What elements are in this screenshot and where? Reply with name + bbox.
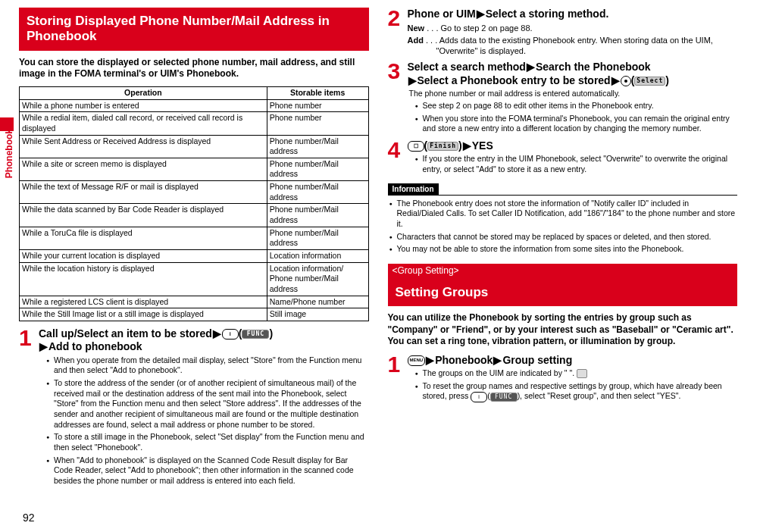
table-row: While the location history is displayedL… <box>20 262 369 296</box>
table-cell-storable: Phone number/Mail address <box>267 227 368 249</box>
table-cell-operation: While your current location is displayed <box>20 249 267 262</box>
table-row: While the text of Message R/F or mail is… <box>20 181 369 204</box>
step-title: Phone or UIM▶Select a storing method. <box>408 8 738 21</box>
table-cell-operation: While a site or screen memo is displayed <box>20 158 267 180</box>
table-cell-storable: Phone number <box>267 112 368 135</box>
left-column: Storing Displayed Phone Number/Mail Addr… <box>19 8 369 491</box>
table-row: While Sent Address or Received Address i… <box>20 135 369 158</box>
step-4: 4 ☐(Finish)▶YES If you store the entry i… <box>388 139 738 177</box>
step4-yes: YES <box>472 139 493 152</box>
step-number: 4 <box>388 139 405 177</box>
list-item: You may not be able to store the informa… <box>391 244 738 255</box>
table-head-operation: Operation <box>20 86 267 99</box>
table-row: While a ToruCa file is displayedPhone nu… <box>20 227 369 249</box>
step-title: Select a search method▶Search the Phoneb… <box>408 61 738 87</box>
group-setting-section: <Group Setting> Setting Groups You can u… <box>388 264 738 405</box>
table-cell-storable: Location information <box>267 249 368 262</box>
info-key-icon: i <box>471 392 487 402</box>
func-pill-icon: FUNC <box>242 330 269 339</box>
list-item: The groups on the UIM are indicated by "… <box>417 368 738 379</box>
table-cell-operation: While the data scanned by Bar Code Reade… <box>20 204 267 227</box>
step-2: 2 Phone or UIM▶Select a storing method. … <box>388 8 738 58</box>
step-title: Call up/Select an item to be stored▶i(FU… <box>39 327 369 354</box>
step3-line1a: Select a search method <box>408 61 526 73</box>
table-row: While a redial item, dialed call record,… <box>20 112 369 135</box>
table-head-storable: Storable items <box>267 86 368 99</box>
group-step-title-b: Group setting <box>502 354 572 366</box>
func-pill-icon: FUNC <box>490 393 518 402</box>
arrow-icon: ▶ <box>493 354 502 366</box>
list-item: When you operate from the detailed mail … <box>48 355 369 376</box>
list-item: When you store into the FOMA terminal's … <box>417 114 738 134</box>
list-item: When "Add to phonebook" is displayed on … <box>48 455 369 487</box>
page-columns: Storing Displayed Phone Number/Mail Addr… <box>19 8 737 491</box>
arrow-icon: ▶ <box>463 139 471 152</box>
information-block: Information The Phonebook entry does not… <box>388 183 738 255</box>
table-cell-operation: While a ToruCa file is displayed <box>20 227 267 249</box>
table-cell-storable: Phone number <box>267 99 368 112</box>
step-notes: The groups on the UIM are indicated by "… <box>408 368 738 402</box>
list-item: See step 2 on page 88 to edit other item… <box>417 101 738 111</box>
table-row: While the Still Image list or a still im… <box>20 308 369 321</box>
information-label: Information <box>388 183 439 195</box>
arrow-icon: ▶ <box>426 354 434 366</box>
arrow-icon: ▶ <box>408 74 417 86</box>
group-step-1: 1 MENU▶Phonebook▶Group setting The group… <box>388 354 738 405</box>
step-number: 2 <box>388 8 405 58</box>
step-number: 1 <box>388 354 405 405</box>
table-cell-storable: Phone number/Mail address <box>267 135 368 158</box>
table-cell-storable: Phone number/Mail address <box>267 158 368 180</box>
step3-line1b: Search the Phonebook <box>536 61 651 73</box>
page-number: 92 <box>23 511 35 524</box>
list-item: The Phonebook entry does not store the i… <box>391 199 738 230</box>
table-cell-operation: While the location history is displayed <box>20 262 267 296</box>
menu-key-icon: MENU <box>408 355 426 366</box>
list-item: Characters that cannot be stored may be … <box>391 232 738 243</box>
step-notes: See step 2 on page 88 to edit other item… <box>408 101 738 134</box>
arrow-icon: ▶ <box>477 8 485 20</box>
table-cell-operation: While a phone number is entered <box>20 99 267 112</box>
finish-pill-icon: Finish <box>427 142 458 151</box>
section-side-label: Phonebook <box>4 129 16 178</box>
definition-line: New . . . Go to step 2 on page 88. <box>408 23 738 33</box>
table-row: While a site or screen memo is displayed… <box>20 158 369 180</box>
operations-table: Operation Storable items While a phone n… <box>19 86 369 321</box>
step-title-part-a: Call up/Select an item to be stored <box>39 327 212 340</box>
arrow-icon: ▶ <box>611 74 620 86</box>
step-1: 1 Call up/Select an item to be stored▶i(… <box>19 327 369 489</box>
table-cell-operation: While a registered LCS client is display… <box>20 296 267 308</box>
table-cell-storable: Phone number/Mail address <box>267 181 368 204</box>
camera-key-icon: ☐ <box>408 141 424 152</box>
group-note-2-tail: select "Reset group", and then select "Y… <box>524 391 680 400</box>
list-item: To store the address of the sender (or o… <box>48 378 369 430</box>
list-item: To reset the group names and respective … <box>417 381 738 402</box>
step-3: 3 Select a search method▶Search the Phon… <box>388 61 738 136</box>
step-title-part-b: Select a storing method. <box>486 8 609 20</box>
section-intro: You can store the displayed or selected … <box>19 57 369 80</box>
table-cell-storable: Still image <box>267 308 368 321</box>
section-heading: Storing Displayed Phone Number/Mail Addr… <box>19 8 369 51</box>
list-item: To store a still image in the Phonebook,… <box>48 432 369 452</box>
table-cell-operation: While the text of Message R/F or mail is… <box>20 181 267 204</box>
table-row: While your current location is displayed… <box>20 249 369 262</box>
list-item: If you store the entry in the UIM Phoneb… <box>417 154 738 174</box>
uim-group-icon <box>577 369 587 378</box>
table-row: While a phone number is enteredPhone num… <box>20 99 369 112</box>
table-row: While the data scanned by Bar Code Reade… <box>20 204 369 227</box>
table-cell-operation: While the Still Image list or a still im… <box>20 308 267 321</box>
group-note-1: The groups on the UIM are indicated by "… <box>423 368 575 377</box>
table-cell-operation: While Sent Address or Received Address i… <box>20 135 267 158</box>
center-key-icon <box>621 76 631 86</box>
table-cell-storable: Phone number/Mail address <box>267 204 368 227</box>
info-key-icon: i <box>222 329 239 340</box>
arrow-icon: ▶ <box>213 327 221 340</box>
arrow-icon: ▶ <box>527 61 535 73</box>
information-list: The Phonebook entry does not store the i… <box>388 199 738 255</box>
section-subheading: <Group Setting> <box>388 264 738 279</box>
table-cell-storable: Name/Phone number <box>267 296 368 308</box>
arrow-icon: ▶ <box>39 340 48 352</box>
step-title-part-a: Phone or UIM <box>408 8 476 20</box>
section-intro: You can utilize the Phonebook by sorting… <box>388 312 738 348</box>
right-column: 2 Phone or UIM▶Select a storing method. … <box>388 8 738 491</box>
select-pill-icon: Select <box>634 77 665 86</box>
